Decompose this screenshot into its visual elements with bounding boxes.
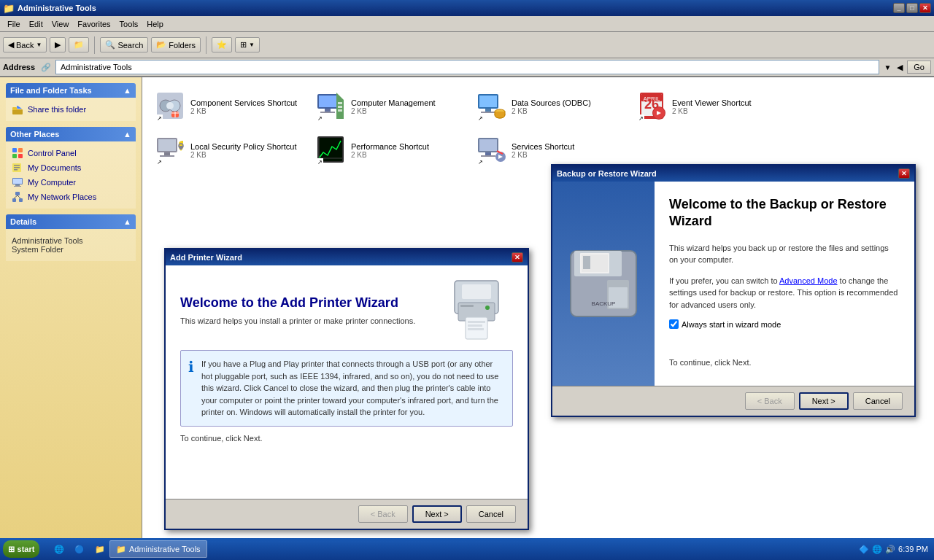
go-button[interactable]: Go [907, 61, 931, 74]
start-label: start [18, 545, 35, 553]
my-computer-link[interactable]: My Computer [9, 175, 133, 190]
svg-rect-29 [320, 112, 335, 113]
control-panel-link[interactable]: Control Panel [9, 146, 133, 160]
file-computer-management[interactable]: ↗ Computer Management 2 KB [310, 85, 471, 128]
my-computer-icon [12, 176, 23, 188]
maximize-button[interactable]: □ [906, 3, 918, 13]
folders-icon: 📂 [156, 40, 166, 50]
file-data-sources[interactable]: ↗ Data Sources (ODBC) 2 KB [471, 85, 631, 128]
toolbar: ◀ Back ▼ ▶ 📁 🔍 Search 📂 Folders ⭐ ⊞ ▼ [0, 32, 934, 58]
start-button[interactable]: ⊞ start [3, 540, 39, 558]
component-services-info: Component Services Shortcut 2 KB [190, 98, 297, 115]
move-icon: 📁 [74, 40, 84, 50]
network-icon: 🌐 [872, 545, 882, 554]
other-places-section: Other Places ▲ Control Panel [6, 127, 136, 209]
address-prev-icon[interactable]: ◀ [895, 61, 904, 74]
svg-line-17 [14, 195, 18, 198]
back-dropdown-icon[interactable]: ▼ [36, 42, 42, 48]
close-button[interactable]: ✕ [919, 3, 931, 13]
data-sources-icon-wrap: ↗ [476, 91, 506, 122]
file-performance[interactable]: ↗ Performance Shortcut 2 KB [310, 128, 471, 172]
my-network-link[interactable]: My Network Places [9, 190, 133, 204]
windows-logo: ⊞ [8, 545, 15, 554]
share-folder-link[interactable]: Share this folder [9, 102, 133, 117]
other-places-header[interactable]: Other Places ▲ [6, 127, 136, 141]
collapse-icon-2: ▲ [123, 130, 131, 139]
svg-rect-34 [479, 96, 497, 107]
address-dropdown-icon[interactable]: ▼ [882, 62, 892, 73]
views-dropdown-icon: ▼ [249, 42, 255, 48]
svg-rect-0 [12, 109, 23, 114]
menu-tools[interactable]: Tools [115, 18, 143, 30]
security-policy-icon-wrap: ↗ [155, 135, 185, 166]
file-security-policy[interactable]: ↗ Local Security Policy Shortcut 2 KB [150, 128, 310, 172]
admin-tools-taskbar-btn[interactable]: 📁 Administrative Tools [109, 540, 207, 558]
shortcut-arrow-3: ↗ [476, 114, 484, 122]
svg-rect-35 [485, 109, 491, 112]
menu-view[interactable]: View [47, 18, 74, 30]
svg-rect-4 [12, 154, 17, 158]
views-button[interactable]: ⊞ ▼ [235, 37, 260, 52]
titlebar-left: 📁 Administrative Tools [3, 3, 96, 14]
left-panel: File and Folder Tasks ▲ Share this folde… [0, 77, 142, 538]
control-panel-icon [12, 147, 23, 159]
search-button[interactable]: 🔍 Search [100, 37, 148, 52]
favorites-button[interactable]: ⭐ [212, 37, 232, 52]
svg-text:APRIL: APRIL [643, 96, 660, 102]
data-sources-info: Data Sources (ODBC) 2 KB [512, 98, 591, 115]
minimize-button[interactable]: _ [893, 3, 905, 13]
file-services[interactable]: ↗ Services Shortcut 2 KB [471, 128, 631, 172]
address-input[interactable]: Administrative Tools [55, 60, 879, 74]
computer-management-info: Computer Management 2 KB [351, 98, 436, 115]
details-header[interactable]: Details ▲ [6, 214, 136, 229]
my-documents-link[interactable]: My Documents [9, 160, 133, 175]
clock: 6:39 PM [898, 545, 928, 553]
performance-info: Performance Shortcut 2 KB [351, 142, 429, 159]
file-component-services[interactable]: ↗ Component Services Shortcut 2 KB [150, 85, 310, 128]
svg-rect-8 [14, 167, 20, 168]
file-event-viewer[interactable]: 26 APRIL ↗ Event Viewer Shortcut 2 KB [631, 85, 792, 128]
views-icon: ⊞ [240, 40, 247, 50]
taskbar: ⊞ start 🌐 🔵 📁 📁 Administrative Tools 🔷 🌐… [0, 538, 934, 560]
search-label: Search [117, 41, 143, 50]
services-icon-wrap: ↗ [476, 135, 506, 166]
address-icon: 🔗 [41, 63, 51, 72]
svg-rect-30 [338, 102, 342, 104]
svg-rect-59 [481, 155, 495, 157]
back-button[interactable]: ◀ Back ▼ [3, 37, 47, 52]
back-label: Back [16, 41, 34, 50]
svg-rect-11 [13, 179, 22, 184]
svg-rect-28 [325, 109, 331, 112]
folder-icon-tray[interactable]: 📁 [89, 540, 107, 558]
computer-management-icon-wrap: ↗ [316, 91, 345, 122]
menu-favorites[interactable]: Favorites [73, 18, 115, 30]
svg-rect-5 [18, 154, 23, 158]
ie-icon-2[interactable]: 🔵 [69, 540, 86, 558]
services-info: Services Shortcut 2 KB [512, 142, 574, 159]
svg-rect-3 [18, 148, 23, 152]
forward-button[interactable]: ▶ [50, 37, 66, 52]
details-section: Details ▲ Administrative ToolsSystem Fol… [6, 214, 136, 261]
menu-edit[interactable]: Edit [25, 18, 47, 30]
svg-rect-2 [12, 148, 17, 152]
file-tasks-header[interactable]: File and Folder Tasks ▲ [6, 83, 136, 98]
svg-rect-1 [12, 107, 17, 110]
app-icon: 📁 [3, 3, 15, 14]
menu-help[interactable]: Help [142, 18, 168, 30]
file-list: ↗ Component Services Shortcut 2 KB [142, 77, 934, 538]
ie-icon[interactable]: 🌐 [48, 540, 66, 558]
forward-icon: ▶ [55, 40, 61, 50]
performance-icon-wrap: ↗ [316, 135, 345, 166]
svg-rect-14 [15, 192, 20, 195]
svg-rect-9 [14, 169, 18, 171]
move-to-button[interactable]: 📁 [69, 37, 89, 52]
addressbar: Address 🔗 Administrative Tools ▼ ◀ Go [0, 58, 934, 77]
volume-icon: 🔊 [885, 545, 895, 554]
menu-file[interactable]: File [3, 18, 25, 30]
svg-rect-31 [338, 106, 342, 108]
toolbar-separator [94, 36, 95, 54]
main-area: File and Folder Tasks ▲ Share this folde… [0, 77, 934, 538]
folders-button[interactable]: 📂 Folders [151, 37, 201, 52]
svg-rect-32 [338, 109, 342, 112]
svg-rect-16 [19, 198, 23, 202]
